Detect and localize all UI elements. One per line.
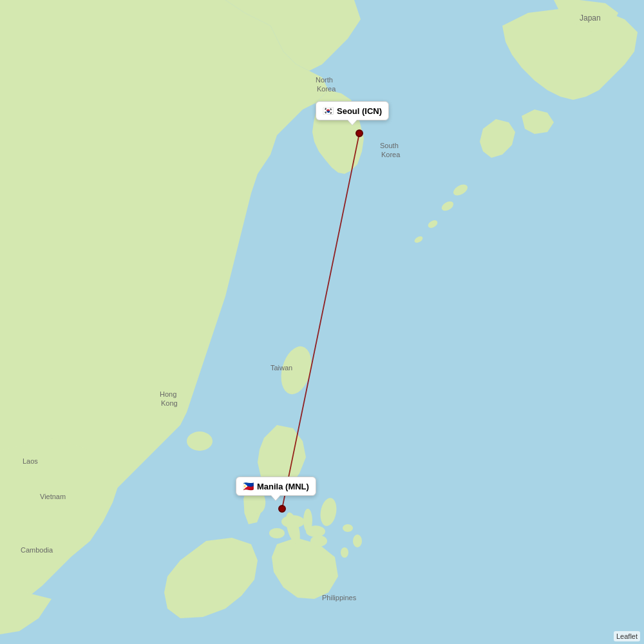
map-svg: Japan North Korea South Korea Taiwan Hon… [0,0,644,644]
seoul-label: Seoul (ICN) [337,106,382,116]
manila-airport-dot [278,505,286,513]
manila-airport-popup: 🇵🇭 Manila (MNL) [236,477,316,496]
seoul-flag: 🇰🇷 [323,106,334,116]
label-laos: Laos [23,457,38,465]
svg-text:Korea: Korea [317,85,336,93]
label-vietnam: Vietnam [40,493,66,500]
label-taiwan: Taiwan [270,364,292,372]
svg-point-15 [343,524,353,532]
svg-point-6 [187,431,213,451]
label-philippines: Philippines [322,594,357,601]
svg-point-16 [353,535,362,547]
map-attribution: Leaflet [614,631,640,641]
svg-point-9 [269,528,285,538]
label-north-korea: North [316,76,333,84]
svg-point-12 [303,509,312,532]
manila-flag: 🇵🇭 [243,481,254,491]
label-cambodia: Cambodia [21,546,53,554]
seoul-airport-popup: 🇰🇷 Seoul (ICN) [316,101,389,120]
svg-text:Korea: Korea [381,151,401,158]
seoul-airport-dot [355,129,363,137]
svg-point-13 [310,535,327,547]
label-japan: Japan [580,14,601,23]
label-south-korea: South [380,142,399,149]
svg-text:Kong: Kong [161,399,178,407]
map-container: Japan North Korea South Korea Taiwan Hon… [0,0,644,644]
svg-point-17 [341,547,348,558]
manila-label: Manila (MNL) [257,482,309,491]
label-hong-kong: Hong [160,390,176,398]
